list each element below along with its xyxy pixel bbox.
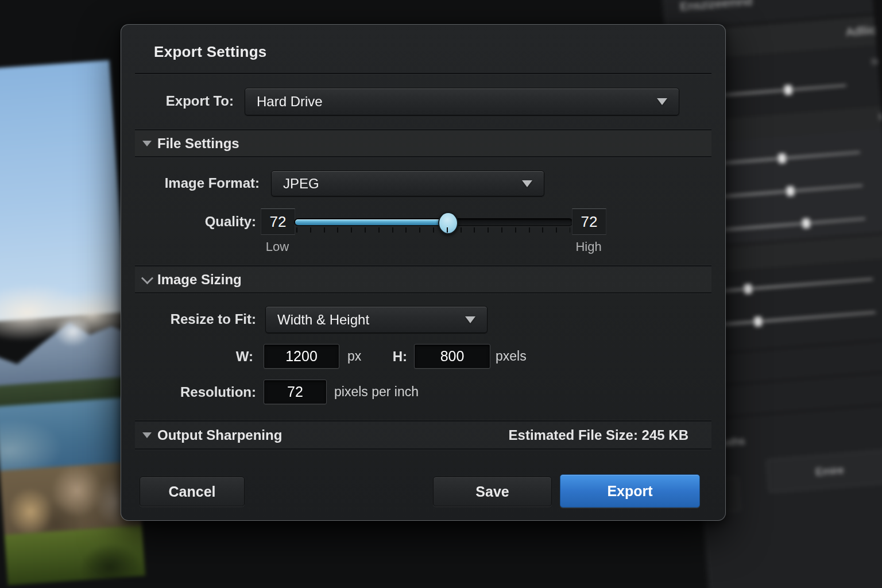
panel-button: Emire — [766, 450, 882, 493]
cancel-button[interactable]: Cancel — [140, 477, 245, 506]
disclosure-triangle-icon — [142, 141, 152, 146]
resize-to-fit-label: Resize to Fit: — [144, 306, 256, 332]
panel-slider-handle — [754, 316, 762, 327]
quality-value-box[interactable]: 72 — [261, 208, 295, 235]
panel-slider-handle — [744, 284, 752, 294]
export-to-label: Export To: — [144, 88, 234, 114]
image-format-dropdown[interactable]: JPEG — [271, 171, 544, 196]
quality-slider-fill — [295, 219, 448, 225]
panel-top-label: Enszizeemnd — [679, 0, 753, 13]
image-format-label: Image Format: — [156, 171, 260, 195]
image-sizing-header-label: Image Sizing — [157, 266, 242, 292]
panel-slider-handle — [786, 186, 794, 196]
height-label: H: — [380, 344, 407, 369]
disclosure-triangle-icon — [142, 432, 152, 438]
divider — [135, 73, 711, 74]
height-unit-label: pxels — [496, 344, 527, 369]
panel-right-strip — [870, 0, 882, 588]
resolution-label: Resolution: — [144, 380, 256, 404]
resize-to-fit-dropdown[interactable]: Width & Height — [265, 306, 488, 333]
export-to-value: Hard Drive — [257, 88, 323, 115]
chevron-down-icon — [522, 180, 532, 187]
resolution-input[interactable]: 72 — [264, 380, 327, 404]
quality-slider-ticks — [296, 227, 570, 233]
quality-slider[interactable] — [294, 218, 573, 226]
save-button[interactable]: Save — [433, 477, 552, 506]
dialog-title: Export Settings — [154, 43, 267, 61]
resolution-unit-label: pixels per inch — [334, 380, 419, 404]
quality-low-label: Low — [261, 239, 294, 254]
export-to-dropdown[interactable]: Hard Drive — [245, 88, 679, 115]
resize-to-fit-value: Width & Height — [277, 307, 369, 332]
output-sharpening-header-label: Output Sharpening — [157, 421, 282, 448]
chevron-down-icon — [141, 272, 153, 284]
panel-slider-handle — [784, 85, 792, 95]
image-format-value: JPEG — [283, 171, 319, 196]
width-unit-label: px — [347, 344, 361, 369]
quality-value-box-right[interactable]: 72 — [572, 208, 606, 235]
chevron-down-icon — [657, 98, 667, 105]
image-sizing-section-header[interactable]: Image Sizing — [135, 265, 711, 293]
file-settings-section-header[interactable]: File Settings — [135, 129, 711, 157]
export-button[interactable]: Export — [560, 474, 700, 508]
height-input[interactable]: 800 — [414, 344, 490, 369]
photo-grass — [5, 525, 146, 586]
estimated-file-size: Estimated File Size: 245 KB — [509, 421, 688, 448]
app-screen: Enszizeemnd Adlliice Stat 18 10L 43 3 -1… — [0, 0, 882, 588]
quality-label: Quality: — [156, 208, 256, 235]
width-label: W: — [223, 344, 253, 369]
quality-high-label: High — [572, 239, 605, 254]
width-input[interactable]: 1200 — [264, 344, 339, 369]
file-settings-header-label: File Settings — [157, 130, 239, 156]
panel-slider-handle — [778, 153, 786, 164]
export-settings-dialog: Export Settings Export To: Hard Drive Fi… — [121, 24, 726, 521]
output-sharpening-section-header[interactable]: Output Sharpening Estimated File Size: 2… — [135, 420, 711, 450]
panel-slider-handle — [802, 218, 810, 229]
chevron-down-icon — [465, 316, 475, 323]
